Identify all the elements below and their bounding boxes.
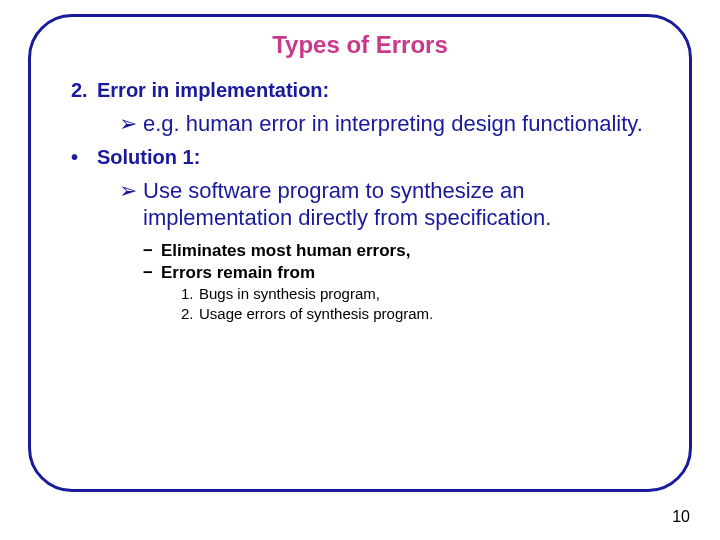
solution-sub: ➢ Use software program to synthesize an … [119,177,663,232]
arrow-icon: ➢ [119,110,143,138]
numbered-item-2-num: 2. [181,304,199,324]
section-heading: 2. Error in implementation: [71,79,663,102]
dash-icon: − [143,240,161,262]
dash-item-2-text: Errors remain from [161,262,315,284]
dash-icon: − [143,262,161,284]
arrow-icon: ➢ [119,177,143,232]
slide-frame: Types of Errors 2. Error in implementati… [28,14,692,492]
section-sub-text: e.g. human error in interpreting design … [143,110,643,138]
solution-label: Solution 1: [97,146,200,169]
section-sub: ➢ e.g. human error in interpreting desig… [119,110,663,138]
numbered-item-1-num: 1. [181,284,199,304]
page-number: 10 [672,508,690,526]
dash-item-2: − Errors remain from [143,262,663,284]
numbered-item-2-text: Usage errors of synthesis program. [199,304,433,324]
section-label: Error in implementation: [97,79,329,102]
dash-item-1: − Eliminates most human errors, [143,240,663,262]
solution-sub-text: Use software program to synthesize an im… [143,177,663,232]
section-number: 2. [71,79,97,102]
slide: Types of Errors 2. Error in implementati… [0,0,720,540]
solution-heading: • Solution 1: [71,146,663,169]
dash-item-1-text: Eliminates most human errors, [161,240,410,262]
dot-bullet: • [71,146,97,169]
numbered-item-1: 1. Bugs in synthesis program, [181,284,663,304]
numbered-item-1-text: Bugs in synthesis program, [199,284,380,304]
slide-title: Types of Errors [57,31,663,59]
numbered-item-2: 2. Usage errors of synthesis program. [181,304,663,324]
